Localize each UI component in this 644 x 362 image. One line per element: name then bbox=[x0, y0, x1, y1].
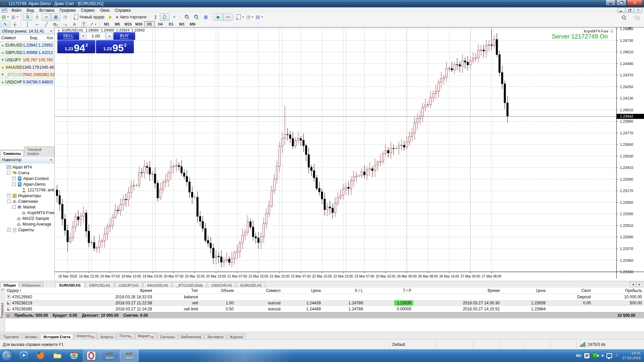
terminal-tab-библиотека[interactable]: Библиотека bbox=[178, 334, 204, 340]
candlestick-chart[interactable]: 1.248501.247301.246101.244901.243701.242… bbox=[55, 27, 644, 281]
terminal-icon[interactable]: ▦ bbox=[51, 13, 60, 21]
new-order-icon[interactable]: +Новый ордер bbox=[73, 13, 105, 21]
chart-tab[interactable]: XAUUSD,H1 bbox=[143, 282, 172, 288]
tree-item-alpari-mt4[interactable]: Alpari MT4 bbox=[0, 164, 54, 170]
menu-графики[interactable]: Графики bbox=[57, 8, 78, 13]
language-indicator[interactable]: RU bbox=[576, 354, 581, 358]
tree-item-скрипты[interactable]: +Скрипты bbox=[0, 227, 54, 233]
market-watch-row[interactable]: ▲XAUUSD1345.1791345.481 bbox=[0, 64, 54, 71]
strategy-tester-icon[interactable]: ◷ bbox=[60, 13, 70, 21]
antivirus-tray-icon[interactable]: K bbox=[584, 353, 589, 358]
market-watch-tab[interactable]: Тиковый график bbox=[24, 146, 54, 156]
terminal-tab-эксперты[interactable]: Эксперты bbox=[204, 334, 226, 340]
market-watch-row[interactable]: ▲EURUSD1.239421.23952 bbox=[0, 42, 54, 49]
tree-item-market[interactable]: -Market bbox=[0, 204, 54, 210]
tree-item-macd-sample[interactable]: MACD Sample bbox=[0, 216, 54, 221]
data-window-icon[interactable]: ┼ bbox=[32, 13, 42, 21]
chart-tab[interactable]: USDCHF,H1 bbox=[208, 282, 236, 288]
templates-icon[interactable]: ▤▼ bbox=[255, 13, 264, 21]
menu-вид[interactable]: Вид bbox=[24, 8, 37, 13]
timeframe-m15[interactable]: M15 bbox=[123, 21, 133, 27]
fibonacci-icon[interactable]: ≣E bbox=[51, 20, 60, 28]
market-watch-row[interactable]: ▼USDJPY105.767105.780 bbox=[0, 56, 54, 64]
timeframe-h1[interactable]: H1 bbox=[144, 21, 155, 27]
sell-price-button[interactable]: 1.23942 bbox=[57, 40, 95, 53]
timeframe-m30[interactable]: M30 bbox=[133, 21, 144, 27]
autotrading-icon[interactable]: ●Авто-торговля bbox=[115, 13, 147, 21]
arrows-icon[interactable]: ↗▼ bbox=[89, 20, 98, 28]
volume-input[interactable]: 1.00 bbox=[87, 32, 105, 40]
auto-scroll-icon[interactable]: ▶ bbox=[214, 13, 223, 21]
zoom-out-icon[interactable]: − bbox=[192, 13, 201, 21]
terminal-tab-торговля[interactable]: Торговля bbox=[1, 334, 21, 340]
column-header[interactable]: Цена bbox=[502, 288, 548, 293]
column-header[interactable]: S / L bbox=[323, 288, 365, 293]
terminal-tab-сигналы[interactable]: Сигналы bbox=[157, 334, 178, 340]
tree-item-kopirmt4-free[interactable]: KopirMT4 Free bbox=[0, 210, 54, 216]
mdi-restore-button[interactable] bbox=[626, 8, 634, 13]
market-watch-row[interactable]: ▼_BTCUSD7942.2088362.520 bbox=[0, 71, 54, 78]
sell-button[interactable]: SELL bbox=[57, 32, 79, 40]
opera-icon[interactable] bbox=[83, 350, 100, 362]
tree-item-alpari-contest[interactable]: +Alpari-Contest bbox=[0, 176, 54, 181]
text-icon[interactable]: A bbox=[70, 20, 79, 28]
fibo-expansion-icon[interactable]: ┈F bbox=[60, 20, 70, 28]
minimize-button[interactable] bbox=[605, 0, 616, 6]
vertical-line-icon[interactable]: │ bbox=[23, 20, 32, 28]
menu-файл[interactable]: Файл bbox=[9, 8, 24, 13]
collapse-icon[interactable]: ▲ bbox=[57, 29, 60, 32]
line-chart-icon[interactable]: ≈ bbox=[169, 13, 179, 21]
periods-icon[interactable]: ◷▼ bbox=[245, 13, 255, 21]
scroll-right-icon[interactable]: ▶ bbox=[637, 282, 643, 287]
new-chart-icon[interactable]: ▤▼ bbox=[1, 13, 10, 21]
explorer-icon[interactable] bbox=[49, 350, 65, 361]
timeframe-w1[interactable]: W1 bbox=[176, 21, 187, 27]
terminal-tab-маркет[interactable]: Маркет35 bbox=[135, 333, 157, 340]
menu-сервис[interactable]: Сервис bbox=[78, 8, 98, 13]
column-header[interactable]: Время bbox=[413, 288, 501, 293]
column-header[interactable]: Символ bbox=[236, 288, 283, 293]
close-button[interactable]: ✕ bbox=[627, 0, 643, 6]
notification-flag-icon[interactable]: ⚐ bbox=[615, 353, 619, 358]
metaeditor-icon[interactable]: ◆ bbox=[105, 13, 115, 21]
crosshair-icon[interactable]: ┼ bbox=[10, 20, 19, 28]
taskbar-window-alpari[interactable]: alpari bbox=[100, 350, 119, 362]
restore-button[interactable] bbox=[616, 0, 627, 6]
chart-tab[interactable]: USDJPY,H1 bbox=[115, 282, 142, 288]
text-label-icon[interactable]: T bbox=[79, 20, 89, 28]
navigator-tab[interactable]: Избранное bbox=[19, 282, 44, 288]
terminal-tab-активы[interactable]: Активы bbox=[22, 334, 40, 340]
column-header[interactable]: Бид bbox=[22, 36, 39, 40]
table-row[interactable]: 4782363852018.03.27 11:24:28sell limit0.… bbox=[5, 306, 644, 312]
tree-item-советники[interactable]: -Советники bbox=[0, 198, 54, 204]
market-watch-row[interactable]: ▲GBPUSD1.409981.41012 bbox=[0, 49, 54, 56]
tree-item-alpari-demo[interactable]: -Alpari-Demo bbox=[0, 181, 54, 187]
smiley-icon[interactable]: ☺ bbox=[610, 29, 614, 34]
terminal-tab-новости[interactable]: Новости99 bbox=[74, 333, 97, 340]
media-player-icon[interactable] bbox=[16, 350, 32, 361]
column-header[interactable]: Ордер / bbox=[5, 288, 97, 293]
scroll-left-icon[interactable]: ◀ bbox=[630, 282, 636, 287]
chart-tab[interactable]: EURUSD,H1 bbox=[56, 282, 85, 288]
navigator-icon[interactable]: ★ bbox=[42, 13, 51, 21]
column-header[interactable]: Время bbox=[97, 288, 154, 293]
timeframe-m1[interactable]: M1 bbox=[101, 21, 112, 27]
firefox-icon[interactable] bbox=[33, 350, 49, 361]
status-profile[interactable]: Default bbox=[389, 341, 435, 348]
close-icon[interactable]: ✕ bbox=[50, 29, 52, 33]
candlestick-icon[interactable] bbox=[160, 13, 169, 21]
terminal-tab-журнал[interactable]: Журнал bbox=[227, 334, 246, 340]
buy-price-button[interactable]: 1.23952 bbox=[96, 40, 134, 53]
tree-item-индикаторы[interactable]: +fИндикаторы bbox=[0, 193, 54, 198]
menu-окно[interactable]: Окно bbox=[98, 8, 112, 13]
close-icon[interactable]: ✕ bbox=[0, 288, 5, 291]
menu-вставка[interactable]: Вставка bbox=[37, 8, 57, 13]
column-header[interactable]: Прибыль bbox=[593, 288, 644, 293]
column-header[interactable]: Цена bbox=[282, 288, 323, 293]
tile-windows-icon[interactable]: ▦ bbox=[201, 13, 210, 21]
mdi-close-button[interactable]: ✕ bbox=[634, 8, 642, 13]
tree-item-moving-average[interactable]: Moving Average bbox=[0, 221, 54, 227]
network-icon[interactable] bbox=[606, 353, 612, 358]
timeframe-m5[interactable]: M5 bbox=[112, 21, 123, 27]
taskbar-window-alpari[interactable]: alpari bbox=[120, 350, 139, 362]
